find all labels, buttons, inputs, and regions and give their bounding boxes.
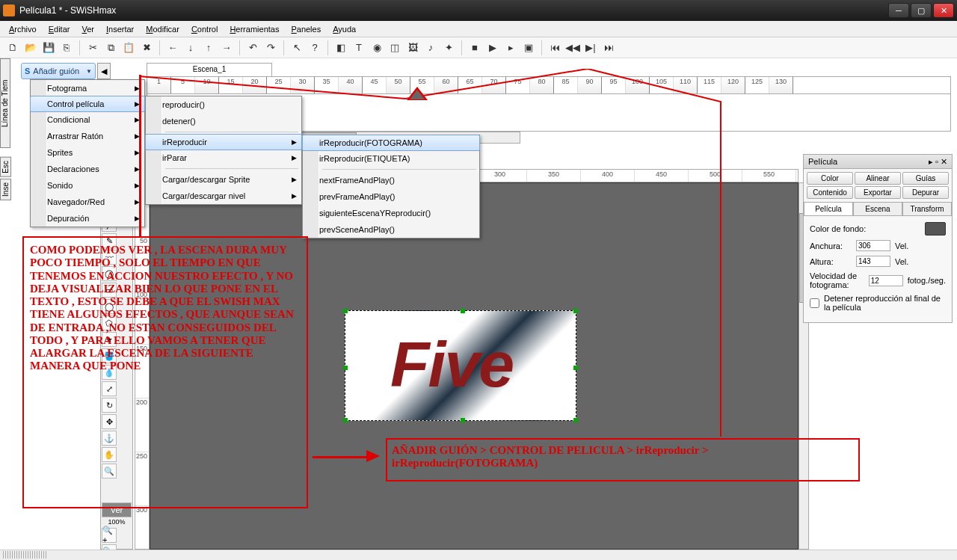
export-icon[interactable]: ⎘: [58, 40, 75, 56]
add-script-button[interactable]: S Añadir guión ▼: [21, 63, 96, 79]
resize-handle[interactable]: [573, 309, 578, 313]
menu-item[interactable]: prevSceneAndPlay(): [303, 221, 479, 238]
resize-handle[interactable]: [461, 418, 465, 422]
bg-color-swatch[interactable]: [925, 222, 946, 236]
menubar: ArchivoEditarVerInsertarModificarControl…: [0, 21, 957, 37]
width-input[interactable]: [856, 240, 890, 251]
menu-item[interactable]: Fotograma▶: [31, 80, 144, 96]
menu-item[interactable]: Declaraciones▶: [31, 161, 144, 177]
tab-scene[interactable]: Escena: [853, 202, 902, 215]
copy-icon[interactable]: ⧉: [102, 40, 119, 56]
script-nav-prev[interactable]: ◀: [97, 63, 111, 79]
menu-herramientas[interactable]: Herramientas: [224, 23, 285, 35]
menu-item[interactable]: Condicional▶: [31, 111, 144, 128]
paste-icon[interactable]: 📋: [120, 40, 137, 56]
menu-item[interactable]: siguienteEscenaYReproducir(): [303, 205, 479, 221]
timeline-ruler[interactable]: 1510152025303540455055606570758085909510…: [147, 76, 951, 94]
menu-item[interactable]: Cargar/descargar nivel▶: [146, 188, 301, 204]
menu-item[interactable]: irReproducir(ETIQUETA): [303, 150, 479, 167]
content-button[interactable]: Contenido: [807, 186, 853, 199]
tab-movie[interactable]: Película: [804, 202, 853, 215]
align-button[interactable]: Alinear: [855, 172, 901, 185]
menu-item[interactable]: Arrastrar Ratón▶: [31, 128, 144, 144]
menu-archivo[interactable]: Archivo: [3, 23, 43, 35]
sound-icon[interactable]: ♪: [422, 40, 439, 56]
menu-editar[interactable]: Editar: [43, 23, 76, 35]
zoom-in-icon[interactable]: 🔍+: [102, 528, 117, 543]
close-button[interactable]: ✕: [933, 3, 954, 18]
stop-icon[interactable]: ■: [467, 40, 483, 56]
menu-insertar[interactable]: Insertar: [100, 23, 140, 35]
play-effect-icon[interactable]: ▸: [502, 40, 519, 56]
resize-grip[interactable]: [3, 551, 46, 559]
new-icon[interactable]: 🗋: [4, 40, 21, 56]
resize-handle[interactable]: [343, 309, 348, 313]
debug-button[interactable]: Depurar: [902, 186, 949, 199]
menu-item[interactable]: nextFrameAndPlay(): [303, 172, 479, 188]
arrow-up-icon[interactable]: ↑: [200, 40, 217, 56]
menu-item[interactable]: Sprites▶: [31, 144, 144, 161]
timeline-panel-label[interactable]: Línea de Tiem: [0, 58, 10, 148]
minimize-button[interactable]: ─: [888, 3, 909, 18]
first-icon[interactable]: ⏮: [547, 40, 563, 56]
last-icon[interactable]: ⏭: [600, 40, 617, 56]
text-icon[interactable]: T: [351, 40, 367, 56]
button-icon[interactable]: ◉: [369, 40, 385, 56]
menu-item[interactable]: reproducir(): [146, 96, 301, 113]
fps-input[interactable]: [869, 275, 903, 286]
help-icon[interactable]: ?: [307, 40, 323, 56]
resize-handle[interactable]: [343, 366, 348, 370]
color-button[interactable]: Color: [807, 172, 853, 185]
arrow-right-icon[interactable]: →: [218, 40, 235, 56]
stop-at-end-checkbox[interactable]: [810, 298, 819, 308]
menu-item[interactable]: irReproducir(FOTOGRAMA): [302, 135, 480, 151]
maximize-button[interactable]: ▢: [911, 3, 932, 18]
sprite-icon[interactable]: ◫: [387, 40, 403, 56]
image-icon[interactable]: 🖼: [404, 40, 421, 56]
open-icon[interactable]: 📂: [22, 40, 39, 56]
menu-item[interactable]: Depuración▶: [31, 210, 144, 227]
menu-item[interactable]: detener(): [146, 113, 301, 129]
delete-icon[interactable]: ✖: [138, 40, 155, 56]
save-icon[interactable]: 💾: [40, 40, 57, 56]
menu-control[interactable]: Control: [185, 23, 224, 35]
script-s-icon: S: [25, 67, 30, 76]
cut-icon[interactable]: ✂: [84, 40, 101, 56]
next-icon[interactable]: ▶|: [582, 40, 599, 56]
menu-paneles[interactable]: Paneles: [285, 23, 327, 35]
prev-icon[interactable]: ◀◀: [564, 40, 581, 56]
menu-item[interactable]: irReproducir▶: [145, 134, 302, 150]
preview-icon[interactable]: ▣: [520, 40, 537, 56]
tab-scene[interactable]: Esc: [0, 157, 11, 177]
menu-item[interactable]: irParar▶: [146, 150, 301, 166]
menu-ayuda[interactable]: Ayuda: [327, 23, 362, 35]
menu-ver[interactable]: Ver: [76, 23, 100, 35]
guides-button[interactable]: Guías: [902, 172, 949, 185]
arrow-left-icon[interactable]: ←: [164, 40, 181, 56]
play-icon[interactable]: ▶: [484, 40, 501, 56]
menu-item[interactable]: Cargar/descargar Sprite▶: [146, 171, 301, 188]
export-button[interactable]: Exportar: [855, 186, 901, 199]
pointer-icon[interactable]: ↖: [289, 40, 305, 56]
arrow-down-icon[interactable]: ↓: [182, 40, 199, 56]
resize-handle[interactable]: [343, 418, 348, 422]
scene-tab[interactable]: Escena_1: [147, 63, 272, 76]
height-input[interactable]: [856, 256, 890, 267]
undo-icon[interactable]: ↶: [244, 40, 261, 56]
menu-modificar[interactable]: Modificar: [140, 23, 185, 35]
menu-item[interactable]: Control película▶: [30, 96, 145, 112]
effect-icon[interactable]: ✦: [440, 40, 457, 56]
tab-transform[interactable]: Transform: [902, 202, 952, 215]
resize-handle[interactable]: [461, 309, 465, 313]
resize-handle[interactable]: [573, 418, 578, 422]
resize-handle[interactable]: [573, 366, 578, 370]
menu-item[interactable]: Sonido▶: [31, 177, 144, 194]
menu-item[interactable]: Navegador/Red▶: [31, 194, 144, 210]
panel-header[interactable]: Película▸ ▫ ✕: [804, 155, 952, 169]
height-label: Altura:: [810, 257, 852, 266]
redo-icon[interactable]: ↷: [262, 40, 279, 56]
stage-object[interactable]: Five: [345, 310, 576, 421]
tab-insert[interactable]: Inse: [0, 179, 11, 200]
menu-item[interactable]: prevFrameAndPlay(): [303, 188, 479, 205]
shape-icon[interactable]: ◧: [333, 40, 349, 56]
